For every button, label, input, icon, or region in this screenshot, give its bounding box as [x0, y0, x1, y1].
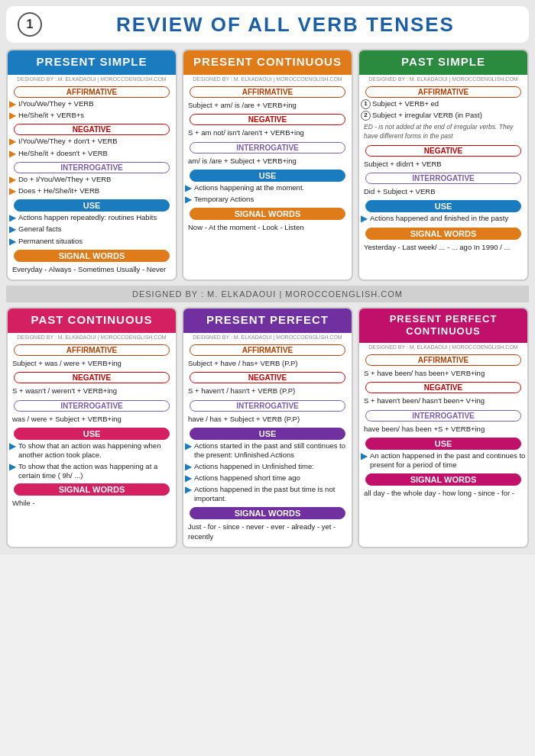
pas-signal: Yesterday - Last week/ ... - ... ago In …: [359, 241, 527, 253]
pp-use1-text: Actions started in the past and still co…: [194, 441, 350, 460]
card-pas-designed: DESIGNED BY : M. ELKADAOUI | MOROCCOENGL…: [359, 75, 527, 83]
pastc-signal: While -: [8, 497, 176, 509]
pc-signal: Now - At the moment - Look - Listen: [183, 221, 352, 233]
pas-aff2: 2 Subject + irregular VERB (in Past): [359, 111, 527, 121]
card-pas-header: PAST SIMPLE: [359, 50, 527, 75]
pp-use3: ▶ Actions happened short time ago: [183, 473, 352, 483]
pc-use1-text: Actions happening at the moment.: [194, 183, 350, 192]
pp-signal: Just - for - since - never - ever - alre…: [183, 521, 352, 543]
pp-negative-label: NEGATIVE: [190, 372, 345, 383]
pp-aff1: Subject + have / has+ VERB (P.P): [183, 357, 352, 369]
ps-use1: ▶ Actions happen repeatedly: routines Ha…: [8, 213, 176, 223]
top-grid: PRESENT SIMPLE DESIGNED BY : M. ELKADAOU…: [6, 49, 529, 281]
ps-neg2-bullet: ▶: [9, 149, 16, 159]
ppc-use1: ▶ An action happened in the past and con…: [359, 451, 527, 470]
pc-use2: ▶ Temporary Actions: [183, 195, 352, 205]
pc-interrogative-label: INTERROGATIVE: [190, 142, 345, 153]
pas-aff1: 1 Subject + VERB+ ed: [359, 99, 527, 109]
pp-int1: have / has + Subject + VERB (P.P): [183, 413, 352, 425]
pc-use-label: USE: [190, 170, 345, 182]
card-ps-title: PRESENT SIMPLE: [14, 55, 170, 69]
pp-use1: ▶ Actions started in the past and still …: [183, 441, 352, 460]
pastc-interrogative-label: INTERROGATIVE: [14, 400, 170, 412]
pp-use2-bullet: ▶: [185, 462, 192, 472]
pastc-use1: ▶ To show that an action was happening w…: [8, 441, 176, 460]
card-present-perfect-continuous: PRESENT PERFECT CONTINUOUS DESIGNED BY :…: [358, 307, 529, 548]
ps-int1-bullet: ▶: [9, 175, 16, 185]
ps-negative-label: NEGATIVE: [14, 124, 170, 135]
pastc-negative-label: NEGATIVE: [14, 372, 170, 383]
ppc-int1: have been/ has been +S + VERB+ing: [359, 423, 527, 435]
pas-aff1-text: Subject + VERB+ ed: [372, 99, 526, 108]
ppc-use-label: USE: [365, 438, 521, 450]
pc-negative-label: NEGATIVE: [190, 114, 345, 125]
ps-neg1-bullet: ▶: [9, 137, 16, 147]
ps-int1-text: Do + I/You/We/They + VERB: [18, 175, 174, 184]
ps-neg2-text: He/She/it + doesn't + VERB: [18, 149, 174, 158]
card-past-continuous: PAST CONTINUOUS DESIGNED BY : M. ELKADAO…: [6, 307, 177, 548]
ppc-neg1: S + haven't been/ hasn't been+ V+ing: [359, 395, 527, 406]
ps-neg2: ▶ He/She/it + doesn't + VERB: [8, 149, 176, 159]
pas-use1-bullet: ▶: [361, 214, 368, 224]
pp-use2-text: Actions happened in Unfinished time:: [194, 462, 350, 471]
pc-use1-bullet: ▶: [185, 183, 192, 193]
ppc-use1-bullet: ▶: [361, 451, 368, 461]
pastc-use2-text: To show that the action was happening at…: [18, 462, 174, 481]
ppc-negative-label: NEGATIVE: [365, 382, 521, 393]
ps-aff2: ▶ He/She/it + VERB+s: [8, 111, 176, 121]
card-present-perfect: PRESENT PERFECT DESIGNED BY : M. ELKADAO…: [182, 307, 353, 548]
ps-aff2-text: He/She/it + VERB+s: [18, 111, 174, 120]
card-pp-designed: DESIGNED BY : M. ELKADAOUI | MOROCCOENGL…: [183, 333, 352, 341]
pas-use-label: USE: [365, 200, 521, 212]
ps-signal: Everyday - Always - Sometimes Usually - …: [8, 263, 176, 275]
ps-aff1: ▶ I/You/We/They + VERB: [8, 99, 176, 109]
card-pastc-header: PAST CONTINUOUS: [8, 309, 176, 333]
card-present-continuous: PRESENT CONTINUOUS DESIGNED BY : M. ELKA…: [182, 49, 353, 281]
pc-use2-bullet: ▶: [185, 195, 192, 205]
card-ppc-designed: DESIGNED BY : M. ELKADAOUI | MOROCCOENGL…: [359, 343, 527, 351]
ps-int2: ▶ Does + He/She/it+ VERB: [8, 186, 176, 196]
pp-signal-label: SIGNAL WORDS: [190, 507, 345, 519]
ps-neg1: ▶ I/You/We/They + don't + VERB: [8, 137, 176, 147]
pastc-int1: was / were + Subject + VERB+ing: [8, 413, 176, 425]
ps-signal-label: SIGNAL WORDS: [14, 250, 170, 262]
pas-signal-label: SIGNAL WORDS: [365, 228, 521, 240]
ps-use1-bullet: ▶: [9, 213, 16, 223]
bottom-grid: PAST CONTINUOUS DESIGNED BY : M. ELKADAO…: [6, 307, 529, 548]
pas-affirmative-label: AFFIRMATIVE: [365, 86, 521, 98]
pc-affirmative-label: AFFIRMATIVE: [190, 86, 345, 98]
pp-use4-bullet: ▶: [185, 485, 192, 495]
card-pastc-designed: DESIGNED BY : M. ELKADAOUI | MOROCCOENGL…: [8, 333, 176, 341]
pp-use3-bullet: ▶: [185, 473, 192, 483]
pas-aff1-num: 1: [361, 99, 371, 109]
ps-neg1-text: I/You/We/They + don't + VERB: [18, 137, 174, 146]
ppc-use1-text: An action happened in the past and conti…: [370, 451, 526, 470]
card-ps-designed: DESIGNED BY : M. ELKADAOUI | MOROCCOENGL…: [8, 75, 176, 83]
pastc-use1-text: To show that an action was happening whe…: [18, 441, 174, 460]
divider-text: DESIGNED BY : M. ELKADAOUI | MOROCCOENGL…: [132, 289, 403, 299]
card-pastc-title: PAST CONTINUOUS: [14, 313, 170, 327]
card-pc-header: PRESENT CONTINUOUS: [183, 50, 352, 75]
ps-use2-bullet: ▶: [9, 225, 16, 234]
pas-use1: ▶ Actions happened and finished in the p…: [359, 214, 527, 224]
pc-neg1: S + am not/ isn't /aren't + VERB+ing: [183, 127, 352, 138]
pc-int1: am/ is /are + Subject + VERB+ing: [183, 155, 352, 166]
pastc-use2-bullet: ▶: [9, 462, 16, 472]
ppc-aff1: S + have been/ has been+ VERB+ing: [359, 367, 527, 379]
card-pas-title: PAST SIMPLE: [365, 55, 521, 69]
pas-neg1: Subject + didn't + VERB: [359, 158, 527, 170]
pp-interrogative-label: INTERROGATIVE: [190, 400, 345, 412]
pas-interrogative-label: INTERROGATIVE: [365, 173, 521, 184]
pas-use1-text: Actions happened and finished in the pas…: [370, 214, 526, 223]
pastc-neg1: S + wasn't / weren't + VERB+ing: [8, 385, 176, 396]
page-header: 1 REVIEW OF ALL VERB TENSES: [6, 6, 529, 43]
card-pp-header: PRESENT PERFECT: [183, 309, 352, 333]
pp-use4: ▶ Actions happened in the past but time …: [183, 485, 352, 504]
pas-negative-label: NEGATIVE: [365, 145, 521, 157]
ppc-affirmative-label: AFFIRMATIVE: [365, 354, 521, 366]
card-ppc-header: PRESENT PERFECT CONTINUOUS: [359, 309, 527, 343]
pp-use1-bullet: ▶: [185, 441, 192, 451]
ps-aff1-text: I/You/We/They + VERB: [18, 99, 174, 108]
pp-affirmative-label: AFFIRMATIVE: [190, 344, 345, 356]
pc-signal-label: SIGNAL WORDS: [190, 208, 345, 220]
